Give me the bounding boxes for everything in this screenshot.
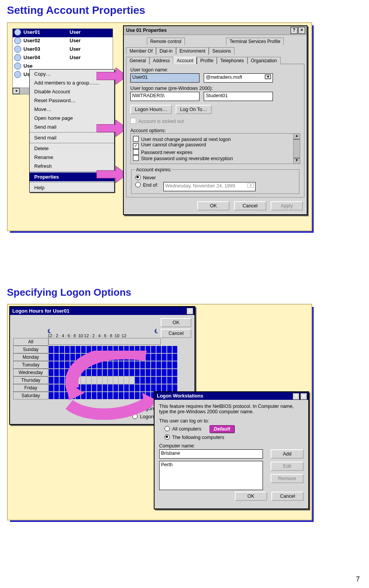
tab-profile[interactable]: Profile	[197, 57, 217, 64]
tab-address[interactable]: Address	[150, 57, 173, 64]
slide2-title: Specifying Logon Options	[0, 277, 369, 301]
tab-telephones[interactable]: Telephones	[217, 57, 247, 64]
tab-account[interactable]: Account	[173, 57, 197, 64]
slide1-panel: User01User User02User User03User User04U…	[7, 22, 362, 268]
cancel-button[interactable]: Cancel	[271, 492, 304, 501]
opt-never-expires[interactable]: Password never expires	[133, 149, 298, 155]
user-row-04[interactable]: User04User	[13, 54, 113, 63]
ok-button[interactable]: OK	[161, 318, 191, 327]
help-button[interactable]: ?	[291, 27, 298, 34]
chevron-down-icon[interactable]: ▼	[265, 75, 271, 79]
tab-dial-in[interactable]: Dial-in	[156, 47, 176, 55]
user-icon	[14, 29, 21, 36]
user-row-02[interactable]: User02User	[13, 37, 113, 46]
day-label[interactable]: Tuesday	[13, 361, 48, 369]
hour-header[interactable]	[48, 338, 161, 345]
tab-terminal-services[interactable]: Terminal Services Profile	[226, 38, 284, 45]
end-of-date: Wednesday, November 24, 1999▼	[163, 182, 256, 191]
slide2-panel: Logon Hours for User01× 12 · 2 · 4 · 6 ·…	[7, 304, 362, 542]
logon-to-button[interactable]: Log On To…	[176, 105, 212, 114]
tab-remote-control[interactable]: Remote control	[147, 38, 185, 45]
logon-name-input[interactable]: User01	[130, 73, 199, 83]
user-row-03[interactable]: User03User	[13, 46, 113, 54]
domain-select[interactable]: @nwtraders.msft▼	[204, 73, 273, 83]
svg-marker-1	[96, 120, 127, 137]
remove-button: Remove	[271, 474, 304, 483]
dialog-title: Use 01 Properties ?×	[124, 26, 307, 35]
properties-dialog: Use 01 Properties ?× Remote control Term…	[123, 25, 308, 215]
logon-name-label: User logon name:	[130, 67, 300, 73]
moon-icon	[155, 329, 159, 333]
svg-marker-2	[96, 166, 127, 183]
can-logon-label: This user can log on to:	[159, 418, 304, 424]
lw-msg: This feature requires the NetBIOS protoc…	[159, 404, 304, 414]
computer-name-input[interactable]: Brisbane	[159, 449, 263, 459]
svg-marker-0	[96, 68, 127, 84]
moon-icon	[48, 329, 52, 333]
arrow-icon	[96, 120, 127, 137]
list-item[interactable]: Perth	[161, 462, 261, 467]
logon-workstations-dialog: Logon Workstations?× This feature requir…	[154, 391, 309, 509]
account-options-label: Account options:	[130, 128, 300, 133]
all-computers-radio[interactable]: All computers Default	[165, 425, 304, 433]
expires-never[interactable]: Never	[135, 175, 295, 181]
opt-cannot-change[interactable]: ✓User cannot change password	[133, 142, 298, 149]
cancel-button[interactable]: Cancel	[161, 329, 191, 338]
cancel-button[interactable]: Cancel	[234, 201, 266, 210]
tab-organization[interactable]: Organization	[248, 57, 281, 64]
ok-button[interactable]: OK	[235, 492, 267, 501]
user-icon	[14, 37, 21, 44]
arrow-icon	[96, 166, 127, 183]
user-icon	[14, 54, 21, 61]
scroll-left-icon[interactable]: ◄	[13, 88, 20, 94]
tab-sessions[interactable]: Sessions	[209, 47, 234, 55]
cm-move[interactable]: Move…	[30, 105, 114, 114]
close-button[interactable]: ×	[186, 308, 193, 315]
chevron-down-icon: ▼	[248, 183, 254, 188]
opt-must-change[interactable]: User must change password at next logon	[133, 136, 298, 142]
computer-name-label: Computer name:	[159, 443, 304, 449]
user-icon	[14, 63, 21, 70]
tab-environment[interactable]: Environment	[176, 47, 209, 55]
scroll-up-icon[interactable]: ▲	[294, 134, 300, 139]
help-button[interactable]: ?	[293, 393, 299, 400]
account-expires-label: Account expires:	[135, 167, 172, 172]
logon-hours-button[interactable]: Logon Hours…	[130, 105, 172, 114]
user-row-01[interactable]: User01User	[13, 29, 113, 37]
following-computers-radio[interactable]: The following computers	[165, 434, 304, 440]
close-button[interactable]: ×	[300, 393, 307, 400]
pre2000-label: User logon name (pre-Windows 2000):	[130, 86, 300, 91]
cm-rename[interactable]: Rename	[30, 153, 114, 162]
options-scrollbar[interactable]: ▲ ▼	[293, 133, 300, 164]
pre2000-user-input[interactable]: Student01	[204, 92, 273, 101]
cm-help[interactable]: Help	[30, 183, 114, 192]
cm-reset-password[interactable]: Reset Password…	[30, 96, 114, 105]
user-icon	[14, 46, 21, 53]
cm-delete[interactable]: Delete	[30, 144, 114, 153]
hour-ticks: 12 · 2 · 4 · 6 · 8 ·10·12 · 2 · 4 · 6 · …	[48, 333, 161, 338]
day-label[interactable]: Wednesday	[13, 369, 48, 376]
default-badge: Default	[209, 425, 234, 433]
cm-disable-account[interactable]: Disable Account	[30, 87, 114, 96]
edit-button: Edit	[271, 462, 304, 471]
computer-list[interactable]: Perth	[159, 461, 263, 490]
add-button[interactable]: Add	[271, 449, 304, 459]
tab-general[interactable]: General	[126, 57, 150, 64]
close-button[interactable]: ×	[298, 27, 305, 34]
day-label[interactable]: Monday	[13, 353, 48, 361]
pre2000-domain-input[interactable]: NWTRADERS\	[130, 92, 199, 101]
opt-reversible[interactable]: Store password using reversible encrypti…	[133, 155, 298, 161]
day-label[interactable]: Thursday	[13, 376, 48, 384]
logonhrs-title: Logon Hours for User01	[12, 308, 70, 314]
all-button[interactable]: All	[13, 338, 48, 346]
tab-member-of[interactable]: Member Of	[126, 47, 156, 55]
arrow-icon	[65, 385, 158, 420]
locked-checkbox: Account is locked out	[130, 118, 300, 124]
day-label[interactable]: Saturday	[13, 392, 48, 399]
day-label[interactable]: Friday	[13, 384, 48, 392]
day-label[interactable]: Sunday	[13, 346, 48, 353]
slide1-title: Setting Account Properties	[0, 0, 369, 19]
scroll-down-icon[interactable]: ▼	[294, 158, 300, 164]
ok-button[interactable]: OK	[197, 201, 229, 210]
expires-end-of[interactable]: End of: Wednesday, November 24, 1999▼	[135, 182, 295, 191]
